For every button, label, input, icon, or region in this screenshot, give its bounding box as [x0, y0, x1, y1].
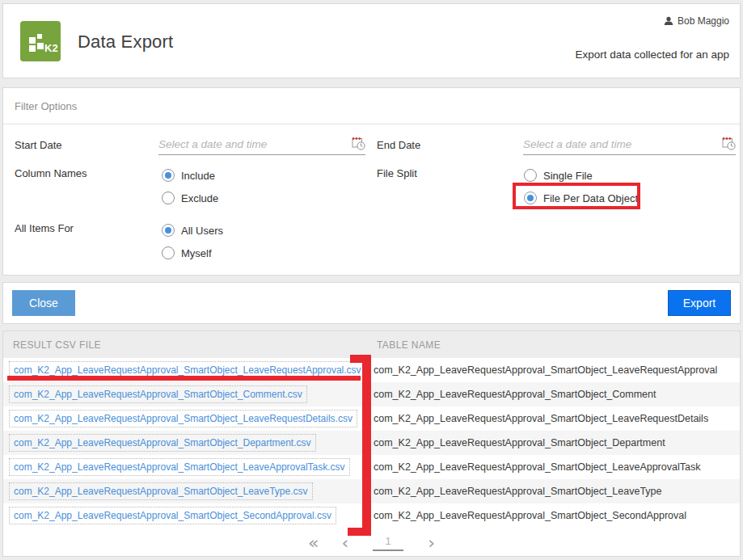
calendar-clock-icon[interactable]: [352, 137, 365, 150]
radio-exclude[interactable]: Exclude: [162, 192, 218, 204]
svg-text:K2: K2: [44, 42, 58, 54]
table-row: com_K2_App_LeaveRequestApproval_SmartObj…: [3, 479, 740, 503]
first-page-icon[interactable]: «: [308, 535, 317, 551]
table-header-row: RESULT CSV FILE TABLE NAME: [3, 331, 740, 358]
end-date-label: End Date: [377, 139, 420, 151]
radio-button-checked[interactable]: [162, 169, 175, 182]
header-panel: K2 Data Export Bob Maggio Export data co…: [2, 3, 741, 78]
export-button[interactable]: Export: [668, 290, 731, 316]
user-icon: [664, 16, 673, 26]
file-split-label: File Split: [377, 167, 417, 179]
header-subtitle: Export data collected for an app: [575, 48, 729, 61]
radio-button-checked[interactable]: [524, 192, 537, 204]
results-table-panel: RESULT CSV FILE TABLE NAME com_K2_App_Le…: [2, 331, 741, 557]
csv-file-link[interactable]: com_K2_App_LeaveRequestApproval_SmartObj…: [9, 361, 366, 379]
table-row: com_K2_App_LeaveRequestApproval_SmartObj…: [3, 503, 740, 528]
table-name-cell: com_K2_App_LeaveRequestApproval_SmartObj…: [374, 510, 686, 521]
pagination: « ‹ 1 ›: [3, 529, 740, 557]
csv-file-link[interactable]: com_K2_App_LeaveRequestApproval_SmartObj…: [9, 434, 316, 452]
csv-file-link[interactable]: com_K2_App_LeaveRequestApproval_SmartObj…: [9, 458, 350, 476]
current-page-number[interactable]: 1: [373, 535, 403, 551]
page-title: Data Export: [78, 32, 173, 53]
column-header-result-csv-file: RESULT CSV FILE: [13, 339, 377, 351]
table-row: com_K2_App_LeaveRequestApproval_SmartObj…: [3, 455, 740, 479]
k2-logo-icon: K2: [20, 21, 61, 61]
user-name: Bob Maggio: [678, 15, 729, 27]
column-header-table-name: TABLE NAME: [377, 339, 441, 351]
calendar-clock-icon[interactable]: [722, 137, 736, 150]
start-date-input[interactable]: [158, 135, 348, 153]
close-button[interactable]: Close: [12, 290, 75, 316]
radio-all-users[interactable]: All Users: [162, 224, 223, 237]
end-date-input[interactable]: [523, 135, 718, 153]
table-name-cell: com_K2_App_LeaveRequestApproval_SmartObj…: [374, 486, 661, 497]
csv-file-link[interactable]: com_K2_App_LeaveRequestApproval_SmartObj…: [9, 482, 313, 500]
radio-button-checked[interactable]: [162, 224, 175, 237]
user-menu[interactable]: Bob Maggio: [664, 15, 729, 27]
start-date-field[interactable]: [158, 135, 365, 155]
radio-single-file[interactable]: Single File: [524, 169, 593, 182]
section-divider: [3, 124, 740, 124]
csv-file-link[interactable]: com_K2_App_LeaveRequestApproval_SmartObj…: [9, 385, 307, 403]
table-name-cell: com_K2_App_LeaveRequestApproval_SmartObj…: [374, 461, 700, 473]
radio-myself[interactable]: Myself: [162, 246, 212, 259]
table-name-cell: com_K2_App_LeaveRequestApproval_SmartObj…: [374, 389, 656, 400]
csv-file-link[interactable]: com_K2_App_LeaveRequestApproval_SmartObj…: [9, 410, 357, 427]
radio-button[interactable]: [162, 192, 175, 204]
column-names-label: Column Names: [15, 167, 87, 179]
table-row: com_K2_App_LeaveRequestApproval_SmartObj…: [3, 406, 740, 431]
csv-file-link[interactable]: com_K2_App_LeaveRequestApproval_SmartObj…: [9, 507, 336, 524]
previous-page-icon[interactable]: ‹: [341, 535, 348, 551]
radio-button[interactable]: [162, 246, 175, 259]
all-items-for-label: All Items For: [15, 222, 74, 234]
table-row: com_K2_App_LeaveRequestApproval_SmartObj…: [3, 382, 740, 406]
table-name-cell: com_K2_App_LeaveRequestApproval_SmartObj…: [374, 437, 665, 448]
table-name-cell: com_K2_App_LeaveRequestApproval_SmartObj…: [374, 413, 708, 424]
radio-include[interactable]: Include: [162, 169, 215, 182]
table-name-cell: com_K2_App_LeaveRequestApproval_SmartObj…: [374, 364, 717, 376]
table-row: com_K2_App_LeaveRequestApproval_SmartObj…: [3, 358, 740, 382]
k2-logo: K2: [20, 21, 61, 61]
start-date-label: Start Date: [15, 139, 62, 151]
radio-button[interactable]: [524, 169, 537, 182]
filter-options-panel: Filter Options Start Date End Date Colum…: [2, 87, 741, 276]
filter-options-title: Filter Options: [15, 100, 77, 112]
end-date-field[interactable]: [523, 135, 736, 155]
table-row: com_K2_App_LeaveRequestApproval_SmartObj…: [3, 431, 740, 455]
next-page-icon[interactable]: ›: [428, 535, 435, 551]
actions-panel: Close Export: [2, 282, 741, 324]
radio-file-per-data-object[interactable]: File Per Data Object: [524, 192, 638, 204]
